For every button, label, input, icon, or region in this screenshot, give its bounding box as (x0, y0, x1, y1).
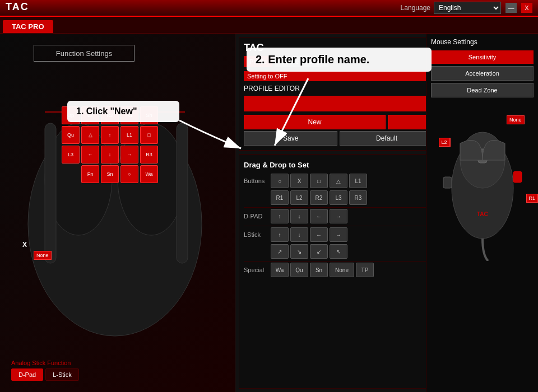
analog-title: Analog Stick Function (11, 360, 79, 366)
btn-wa[interactable]: Wa (140, 165, 158, 183)
dd-tri[interactable]: △ (330, 174, 347, 188)
left-panel: Function Settings Op L2 R2 R1 (0, 34, 235, 392)
analog-buttons: D-Pad L-Stick (11, 368, 79, 381)
btn-l3[interactable]: L3 (62, 146, 80, 164)
dd-r2[interactable]: R2 (310, 190, 328, 205)
dd-none[interactable]: None (330, 263, 354, 277)
btn-tri[interactable]: △ (81, 126, 99, 144)
mouse-body-area: TAC None R3 None R2 L2 L1 R1 (438, 104, 527, 261)
acceleration-button[interactable]: Acceleration (431, 66, 534, 81)
btn-left[interactable]: ← (81, 146, 99, 164)
svg-text:TAC: TAC (477, 211, 488, 217)
mouse-none2-label: None (507, 115, 525, 124)
mouse-panel: Mouse Settings Sensitivity Acceleration … (426, 34, 538, 392)
mouse-sub-buttons: Sensitivity Acceleration Dead Zone (431, 50, 534, 97)
profile-tab-button[interactable]: Profile (244, 56, 272, 67)
mouse-r1-label: R1 (526, 194, 539, 203)
lstick-label: LStick (244, 231, 269, 238)
svg-rect-3 (45, 123, 56, 263)
btn-sq[interactable]: □ (140, 126, 158, 144)
tac-logo-small: TAC (244, 42, 264, 54)
default-button[interactable]: Default (340, 131, 433, 146)
btn-sn[interactable]: Sn (101, 165, 119, 183)
mouse-settings-title: Mouse Settings (431, 38, 477, 46)
btn-l2[interactable]: L2 (81, 106, 99, 124)
main-content: Function Settings Op L2 R2 R1 (0, 34, 538, 392)
dpad-label: D-PAD (244, 213, 269, 220)
dd-sq[interactable]: □ (310, 174, 328, 188)
btn-r2[interactable]: R2 (101, 106, 119, 124)
language-select[interactable]: English (434, 2, 501, 14)
dd-dpad-right[interactable]: → (330, 209, 347, 223)
dd-ls-dl[interactable]: ↙ (310, 244, 328, 259)
dd-ls-ul[interactable]: ↖ (330, 244, 347, 259)
dragdrop-title: Drag & Drop to Set (244, 161, 309, 169)
dd-dpad-down[interactable]: ↓ (290, 209, 308, 223)
mouse-settings-tab-button[interactable]: Mouse Settings (275, 56, 328, 67)
button-grid: Op L2 R2 R1 Sh Qu △ ↑ L1 □ L3 ← ↓ → R3 F… (62, 106, 158, 203)
btn-qu[interactable]: Qu (62, 126, 80, 144)
sensitivity-button[interactable]: Sensitivity (431, 50, 534, 64)
dd-l2[interactable]: L2 (290, 190, 308, 205)
minimize-button[interactable]: — (505, 3, 517, 13)
profile-editor-title: PROFILE EDITOR (244, 85, 300, 92)
mouse-svg: TAC (438, 104, 527, 261)
svg-rect-4 (177, 123, 188, 263)
app-logo: TAC (6, 1, 29, 13)
buttons-label: Buttons (244, 178, 269, 184)
tab-tac-pro[interactable]: TAC PRO (3, 20, 53, 33)
dd-dpad-up[interactable]: ↑ (271, 209, 289, 223)
dd-tp[interactable]: TP (356, 263, 374, 277)
dd-x[interactable]: X (290, 174, 308, 188)
btn-r3[interactable]: R3 (140, 146, 158, 164)
dd-sn[interactable]: Sn (310, 263, 328, 277)
dd-l3[interactable]: L3 (330, 190, 347, 205)
dd-ls-left[interactable]: ← (310, 227, 328, 242)
x-label: X (22, 241, 27, 249)
dpad-button[interactable]: D-Pad (11, 368, 43, 381)
controller-area: Op L2 R2 R1 Sh Qu △ ↑ L1 □ L3 ← ↓ → R3 F… (11, 67, 224, 347)
mouse-l2-label: L2 (439, 138, 450, 147)
btn-empty (62, 165, 80, 183)
dd-r1[interactable]: R1 (271, 190, 289, 205)
none-label: None (34, 251, 52, 260)
dd-wa[interactable]: Wa (271, 263, 289, 277)
new-button[interactable]: New (244, 115, 386, 129)
svg-rect-10 (443, 177, 452, 188)
dd-r3[interactable]: R3 (349, 190, 367, 205)
header: TAC Language English — X (0, 0, 538, 17)
analog-area: Analog Stick Function D-Pad L-Stick (11, 360, 79, 381)
dd-qu[interactable]: Qu (290, 263, 308, 277)
language-section: Language English — X (401, 2, 532, 14)
lstick-button[interactable]: L-Stick (45, 368, 79, 381)
btn-r1[interactable]: R1 (120, 106, 138, 124)
dd-ls-right[interactable]: → (330, 227, 347, 242)
btn-down[interactable]: ↓ (101, 146, 119, 164)
tab-bar: TAC PRO (0, 17, 538, 34)
btn-op[interactable]: Op (62, 106, 80, 124)
btn-up[interactable]: ↑ (101, 126, 119, 144)
save-button[interactable]: Save (244, 131, 337, 146)
dd-ls-up[interactable]: ↑ (271, 227, 289, 242)
svg-rect-9 (513, 171, 522, 183)
dd-ls-ur[interactable]: ↗ (271, 244, 289, 259)
special-label: Special (244, 267, 269, 273)
dd-circle[interactable]: ○ (271, 174, 289, 188)
setting-label: Setting to OFF (247, 73, 287, 80)
dd-ls-down[interactable]: ↓ (290, 227, 308, 242)
btn-l1[interactable]: L1 (120, 126, 138, 144)
btn-sh[interactable]: Sh (140, 106, 158, 124)
language-label: Language (401, 4, 430, 12)
dead-zone-button[interactable]: Dead Zone (431, 83, 534, 97)
function-settings-button[interactable]: Function Settings (34, 45, 134, 62)
dd-ls-dr[interactable]: ↘ (290, 244, 308, 259)
btn-circle[interactable]: ○ (120, 165, 138, 183)
dd-l1[interactable]: L1 (349, 174, 367, 188)
dd-dpad-left[interactable]: ← (310, 209, 328, 223)
btn-fn[interactable]: Fn (81, 165, 99, 183)
close-button[interactable]: X (521, 3, 532, 13)
btn-right[interactable]: → (120, 146, 138, 164)
